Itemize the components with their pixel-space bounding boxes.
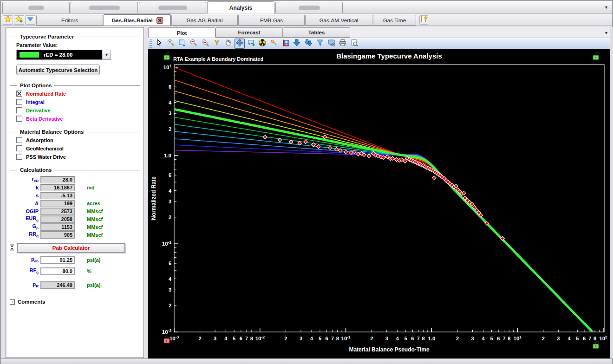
select-cursor-button[interactable] bbox=[154, 39, 164, 49]
x-axis-minor-label: 4 bbox=[396, 336, 399, 341]
print-button[interactable] bbox=[338, 39, 348, 49]
filter-button[interactable] bbox=[315, 39, 325, 49]
checkbox-beta-derivative[interactable] bbox=[16, 116, 22, 122]
zoom-in-button[interactable] bbox=[166, 39, 176, 49]
print-preview-button[interactable] bbox=[349, 39, 359, 49]
material-balance-option-label: PSS Water Drive bbox=[26, 154, 66, 160]
plot-panel-tab-tables[interactable]: Tables bbox=[283, 27, 350, 38]
analysis-tab-gas-time[interactable]: Gas Time bbox=[373, 15, 416, 26]
y-axis-minor-label: 3 bbox=[169, 287, 171, 292]
select-cursor-icon bbox=[155, 39, 163, 49]
close-tab-button[interactable] bbox=[157, 17, 163, 24]
y-axis-tool-button[interactable]: Y bbox=[212, 39, 222, 49]
checkbox-pss-water-drive[interactable] bbox=[16, 154, 22, 160]
favorite-star-icon bbox=[4, 15, 12, 25]
x-axis-minor-label: 8 bbox=[422, 336, 424, 341]
zoom-window-button[interactable] bbox=[177, 39, 187, 49]
grid-options-button[interactable] bbox=[280, 39, 291, 49]
calculations-header: Calculations bbox=[10, 167, 140, 173]
x-axis-minor-label: 4 bbox=[224, 336, 228, 341]
x-axis-minor-label: 5 bbox=[490, 336, 493, 341]
radioactive-data-button[interactable] bbox=[257, 39, 267, 49]
x-axis-minor-label: 7 bbox=[331, 336, 334, 341]
calculation-value: 2058 bbox=[40, 215, 75, 223]
doc-tab-analysis[interactable]: Analysis bbox=[207, 1, 274, 13]
pan-hand-button[interactable] bbox=[223, 39, 233, 49]
checkbox-adsorption[interactable] bbox=[16, 137, 22, 143]
svg-text:Y: Y bbox=[215, 39, 219, 46]
checkbox-geomechanical[interactable] bbox=[16, 145, 22, 151]
x-axis-minor-label: 4 bbox=[482, 336, 485, 341]
x-axis-minor-label: 8 bbox=[508, 336, 510, 341]
plot-tab-overflow-icon[interactable]: ▼ bbox=[604, 31, 608, 35]
typecurve-parameter-dropdown[interactable]: rED = 28.00▼ bbox=[16, 50, 111, 60]
capture-options-button[interactable] bbox=[326, 39, 337, 49]
blasingame-typecurve-chart[interactable]: 10-3234567810-2234567810-123456781.02345… bbox=[148, 49, 610, 358]
analysis-tab-gas-ag-radial[interactable]: Gas-AG-Radial bbox=[171, 15, 238, 26]
anchor-icon bbox=[9, 244, 15, 252]
automatic-typecurve-selection-button[interactable]: Automatic Typecurve Selection bbox=[16, 65, 100, 75]
shift-down-double-button[interactable] bbox=[303, 39, 313, 49]
unzoom-all-button[interactable] bbox=[200, 39, 210, 49]
doc-tab-redacted-3[interactable] bbox=[139, 2, 206, 13]
calculation-unit: MMscf bbox=[87, 224, 103, 230]
y-axis-tool-icon: Y bbox=[213, 39, 221, 49]
material-balance-options-header: Material Balance Options bbox=[10, 129, 140, 135]
move-typecurve-button[interactable] bbox=[235, 39, 245, 49]
analysis-tab-editors[interactable]: Editors bbox=[36, 15, 103, 26]
plot-option-row: Integral bbox=[16, 99, 143, 105]
comments-expander-icon[interactable] bbox=[10, 299, 15, 305]
favorite-star-button[interactable] bbox=[3, 15, 13, 25]
favorites-dropdown-icon bbox=[26, 15, 34, 25]
calculation-value: -5.13 bbox=[40, 192, 75, 199]
checkbox-normalized-rate[interactable] bbox=[16, 91, 22, 97]
x-axis-minor-label: 2 bbox=[370, 336, 373, 341]
checkbox-derivative[interactable] bbox=[16, 107, 22, 113]
calculation-label: k bbox=[10, 185, 39, 190]
zoom-out-button[interactable] bbox=[189, 39, 199, 49]
analysis-tab-gas-am-vertical[interactable]: Gas-AM-Vertical bbox=[305, 15, 372, 26]
analysis-tab-label: Gas-AM-Vertical bbox=[320, 18, 359, 23]
material-balance-option-label: GeoMechanical bbox=[26, 146, 64, 151]
plot-panel-tab-plot[interactable]: Plot bbox=[148, 27, 215, 38]
doc-tab-overflow-icon[interactable]: ▼ bbox=[604, 5, 608, 10]
annotation-button[interactable] bbox=[246, 39, 256, 49]
toolbar-grip[interactable] bbox=[150, 39, 152, 48]
x-axis-minor-label: 5 bbox=[233, 336, 235, 341]
dropdown-selected-item: rED = 28.00 bbox=[17, 50, 102, 59]
favorite-add-button[interactable] bbox=[14, 15, 24, 25]
plot-option-row: Derivative bbox=[16, 107, 143, 113]
pin-button[interactable] bbox=[269, 39, 279, 49]
new-worksheet-button[interactable] bbox=[419, 15, 428, 25]
calculation-value: 199 bbox=[40, 200, 75, 207]
filter-icon bbox=[316, 39, 324, 49]
doc-tab-redacted-2[interactable] bbox=[71, 2, 138, 13]
shift-down-button[interactable] bbox=[292, 39, 302, 49]
y-axis-minor-label: 4 bbox=[169, 100, 172, 105]
checkbox-integral[interactable] bbox=[16, 99, 22, 105]
favorites-dropdown-button[interactable] bbox=[25, 15, 35, 25]
zoom-out-icon bbox=[189, 39, 198, 49]
pab-value-input[interactable]: 91.25 bbox=[40, 256, 75, 264]
doc-tab-redacted-5[interactable] bbox=[275, 2, 343, 13]
x-axis-minor-label: 5 bbox=[404, 336, 407, 341]
y-axis-minor-label: 4 bbox=[169, 276, 172, 282]
plot-option-label: Normalized Rate bbox=[26, 91, 66, 97]
x-axis-minor-label: 6 bbox=[583, 336, 586, 341]
pab-calculator-button[interactable]: Pab Calculator bbox=[17, 243, 125, 253]
shift-down-double-icon bbox=[304, 39, 313, 49]
dropdown-arrow-icon[interactable]: ▼ bbox=[102, 50, 111, 59]
plot-panel-tab-forecast[interactable]: Forecast bbox=[215, 27, 283, 38]
x-axis-minor-label: 5 bbox=[576, 336, 579, 341]
doc-tab-redacted-1[interactable] bbox=[2, 2, 70, 13]
x-axis-minor-label: 7 bbox=[417, 336, 420, 341]
pab-value-input[interactable]: 80.0 bbox=[40, 267, 75, 275]
analysis-tab-gas-blas-radial[interactable]: Gas-Blas-Radial bbox=[104, 14, 171, 26]
x-axis-minor-label: 8 bbox=[250, 336, 253, 341]
calculation-row: A199acres bbox=[10, 199, 143, 207]
analysis-tab-fmb-gas[interactable]: FMB-Gas bbox=[238, 15, 305, 26]
calculation-row: k16.1867md bbox=[10, 183, 143, 191]
calculation-label: s bbox=[10, 193, 39, 198]
x-axis-minor-label: 2 bbox=[284, 336, 287, 341]
calculation-unit: md bbox=[87, 185, 95, 190]
